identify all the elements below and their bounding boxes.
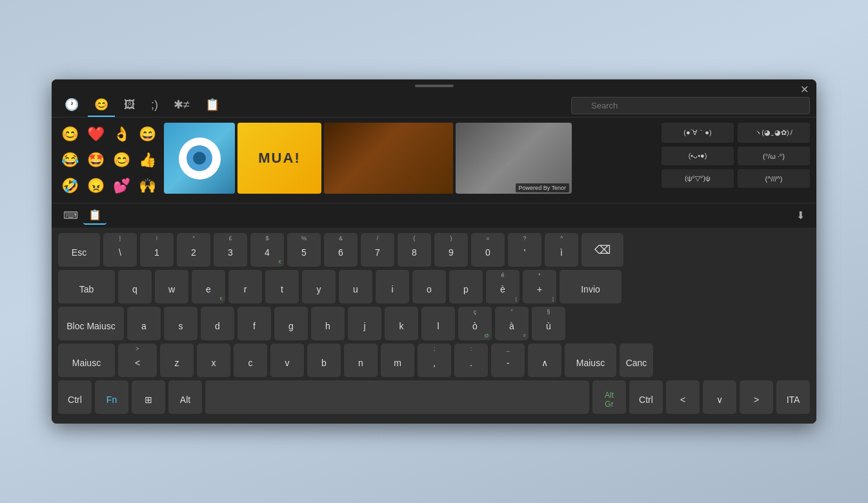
key-t[interactable]: t: [265, 270, 299, 303]
key-5[interactable]: %5: [287, 233, 321, 267]
key-ctrl-left[interactable]: Ctrl: [58, 380, 92, 414]
key-q[interactable]: q: [118, 270, 152, 303]
key-arrow-right[interactable]: >: [740, 380, 773, 414]
key-caret[interactable]: ∧: [528, 344, 561, 377]
kaomoji-btn-6[interactable]: (^///^): [738, 169, 810, 188]
gif-item-3[interactable]: [324, 123, 453, 194]
key-plus[interactable]: *+]: [523, 270, 556, 303]
key-n[interactable]: n: [344, 344, 378, 377]
keyboard-toolbar-btn[interactable]: ⌨: [58, 207, 83, 224]
key-p[interactable]: p: [449, 270, 483, 303]
key-arrow-down[interactable]: ∨: [703, 380, 736, 414]
gif-item-2[interactable]: MUA!: [237, 123, 321, 194]
key-period[interactable]: :.: [454, 344, 488, 377]
gif-item-4[interactable]: Powered By Tenor: [456, 123, 572, 194]
key-8[interactable]: (8: [398, 233, 431, 267]
key-ugrave[interactable]: §ù: [532, 307, 565, 340]
gif-item-1[interactable]: [164, 123, 235, 194]
tab-symbols[interactable]: ✱≠: [167, 94, 196, 117]
key-0[interactable]: =0: [471, 233, 505, 267]
key-6[interactable]: &6: [324, 233, 358, 267]
emoji-item[interactable]: 🤣: [58, 174, 81, 198]
key-k[interactable]: k: [385, 307, 418, 340]
key-7[interactable]: /7: [361, 233, 394, 267]
key-h[interactable]: h: [311, 307, 345, 340]
key-tab[interactable]: Tab: [58, 270, 115, 303]
key-x[interactable]: x: [197, 344, 230, 377]
key-agrave[interactable]: °à#: [495, 307, 529, 340]
key-y[interactable]: y: [302, 270, 336, 303]
key-space[interactable]: [205, 380, 589, 414]
close-button[interactable]: ✕: [800, 85, 809, 95]
key-s[interactable]: s: [164, 307, 197, 340]
key-c[interactable]: c: [234, 344, 267, 377]
key-comma[interactable]: ;,: [418, 344, 451, 377]
key-v[interactable]: v: [270, 344, 304, 377]
drag-handle[interactable]: [52, 79, 816, 90]
key-shift-right[interactable]: Maiusc: [565, 344, 616, 377]
tab-recent[interactable]: 🕐: [58, 94, 85, 117]
key-z[interactable]: z: [160, 344, 194, 377]
tab-clipboard[interactable]: 📋: [199, 94, 226, 117]
key-1[interactable]: !1: [140, 233, 174, 267]
key-backslash[interactable]: |\: [103, 233, 137, 267]
emoji-item[interactable]: ❤️: [84, 123, 107, 146]
search-input[interactable]: [571, 97, 810, 114]
key-r[interactable]: r: [228, 270, 262, 303]
key-e[interactable]: e€: [192, 270, 225, 303]
key-canc[interactable]: Canc: [620, 344, 653, 377]
emoji-item[interactable]: 💕: [110, 174, 133, 198]
emoji-item[interactable]: 😄: [136, 123, 159, 146]
key-f[interactable]: f: [237, 307, 271, 340]
key-3[interactable]: £3: [214, 233, 247, 267]
key-arrow-left[interactable]: <: [666, 380, 700, 414]
emoji-item[interactable]: 🙌: [136, 174, 159, 198]
key-m[interactable]: m: [381, 344, 414, 377]
emoji-item[interactable]: 👌: [110, 123, 133, 146]
key-ograve[interactable]: çò@: [458, 307, 492, 340]
tab-kaomoji[interactable]: ;): [145, 94, 165, 117]
emoji-item[interactable]: 😊: [58, 123, 81, 146]
key-backspace[interactable]: ⌫: [581, 233, 623, 267]
kaomoji-btn-1[interactable]: (●´∀｀●): [661, 123, 734, 143]
emoji-item[interactable]: 👍: [136, 149, 159, 172]
key-minus[interactable]: _-: [491, 344, 525, 377]
key-win[interactable]: ⊞: [132, 380, 165, 414]
key-ita[interactable]: ITA: [776, 380, 810, 414]
key-alt-gr[interactable]: AltGr: [592, 380, 626, 414]
key-shift-left[interactable]: Maiusc: [58, 344, 115, 377]
key-apostrophe[interactable]: ?': [508, 233, 541, 267]
key-l[interactable]: l: [421, 307, 455, 340]
key-2[interactable]: "2: [177, 233, 210, 267]
kaomoji-btn-4[interactable]: (°/ω ·°): [738, 147, 810, 165]
key-w[interactable]: w: [155, 270, 188, 303]
key-4[interactable]: $4€: [250, 233, 284, 267]
key-d[interactable]: d: [201, 307, 234, 340]
key-less-than[interactable]: ><: [118, 344, 157, 377]
kaomoji-btn-5[interactable]: (ψ°▽°)ψ: [661, 169, 734, 188]
kaomoji-btn-3[interactable]: (•ᴗ•●): [661, 147, 734, 165]
key-invio[interactable]: Invio: [560, 270, 621, 303]
key-esc[interactable]: Esc: [58, 233, 100, 267]
key-o[interactable]: o: [412, 270, 446, 303]
key-alt-left[interactable]: Alt: [168, 380, 202, 414]
key-igrave[interactable]: ^ì: [545, 233, 578, 267]
tab-emoji[interactable]: 😊: [88, 94, 115, 117]
key-b[interactable]: b: [307, 344, 341, 377]
key-egrave[interactable]: éè[: [486, 270, 520, 303]
kaomoji-btn-2[interactable]: ヽ(◕‿◕✿)ﾉ: [738, 123, 810, 143]
key-a[interactable]: a: [127, 307, 161, 340]
download-toolbar-btn[interactable]: ⬇: [791, 207, 810, 224]
emoji-item[interactable]: 🤩: [84, 149, 107, 172]
key-j[interactable]: j: [348, 307, 381, 340]
tab-gif[interactable]: 🖼: [117, 94, 142, 117]
key-fn[interactable]: Fn: [95, 380, 128, 414]
key-i[interactable]: i: [376, 270, 409, 303]
key-g[interactable]: g: [274, 307, 308, 340]
emoji-item[interactable]: 😊: [110, 149, 133, 172]
emoji-item[interactable]: 😠: [84, 174, 107, 198]
emoji-item[interactable]: 😂: [58, 149, 81, 172]
clipboard-toolbar-btn[interactable]: 📋: [83, 206, 106, 225]
key-9[interactable]: )9: [434, 233, 468, 267]
key-caps-lock[interactable]: Bloc Maiusc: [58, 307, 124, 340]
